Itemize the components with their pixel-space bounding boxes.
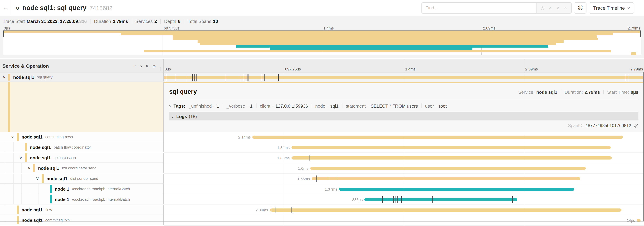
trace-info-label: Trace Start [3, 19, 25, 24]
column-resize-handle[interactable]: ∥ [160, 67, 162, 71]
span-bar[interactable] [310, 167, 586, 170]
trace-info-value: March 31 2022, 17:25:09 [27, 19, 78, 24]
tag-equals: = [367, 104, 369, 108]
tag-key: _unfinished [189, 103, 212, 108]
span-tree-row[interactable]: node sql1commit sql txn [0, 215, 164, 225]
tags-toggle[interactable]: ›Tags:_unfinished=1_verbose=1client=127.… [169, 103, 638, 109]
span-tree-row[interactable]: ∨node sql1colbatchscan [0, 153, 164, 163]
span-bar[interactable] [291, 156, 612, 159]
keyboard-shortcuts-button[interactable]: ⌘ [574, 2, 587, 13]
span-tree-row[interactable]: ∨node sql1dist sender send [0, 174, 164, 184]
indent-guide [38, 194, 38, 204]
span-bar[interactable] [312, 177, 580, 180]
vertical-scrollbar[interactable] [643, 72, 644, 221]
log-tick-mark [271, 206, 272, 213]
span-timeline-row[interactable] [164, 73, 644, 82]
divider [160, 19, 161, 24]
collapse-all-icon[interactable]: › [133, 65, 138, 67]
span-tree-row[interactable]: ∨node sql1consuming rows [0, 132, 164, 142]
back-button[interactable]: ← [0, 0, 11, 16]
span-timeline-row[interactable]: 14μs [164, 215, 644, 226]
next-match-icon[interactable]: ∨ [554, 5, 562, 11]
span-timeline-row[interactable]: 886μs [164, 194, 644, 205]
trace-info-label: Services [135, 19, 153, 24]
span-timeline-row[interactable]: 1.84ms [164, 142, 644, 153]
clear-search-icon[interactable]: × [562, 5, 569, 11]
minimap-right-drag-handle[interactable] [640, 31, 641, 37]
service-name: node sql1 [22, 134, 42, 139]
span-bar[interactable] [270, 208, 622, 211]
span-bar[interactable] [339, 187, 574, 191]
log-tick-mark [244, 74, 244, 81]
span-tree-row[interactable]: node 1/cockroach.roachpb.Internal/Batch [0, 194, 164, 204]
service-color-bar [17, 205, 19, 214]
log-tick-mark [194, 74, 194, 81]
indent-guide [5, 205, 5, 214]
operation-name: consuming rows [45, 135, 73, 139]
collapse-one-icon[interactable]: » [145, 64, 150, 67]
trace-info-label: Total Spans [188, 19, 211, 24]
span-bar[interactable] [252, 135, 623, 138]
log-tick-mark [586, 165, 586, 171]
service-name: node 1 [55, 186, 69, 191]
span-timeline-row[interactable]: 2.04ms [164, 205, 644, 215]
chevron-down-icon[interactable]: ∨ [19, 155, 23, 160]
span-row: node sql1flow2.04ms [0, 205, 644, 215]
span-timeline-row[interactable]: 1.6ms [164, 163, 644, 174]
target-icon[interactable]: ◎ [539, 5, 546, 11]
view-selector-button[interactable]: Trace Timeline ∨ [589, 2, 634, 13]
trace-info-value: 2.79ms [113, 19, 128, 24]
span-timeline-row[interactable]: 1.85ms [164, 153, 644, 163]
search-input[interactable] [422, 3, 536, 13]
trace-summary-band: Trace StartMarch 31 2022, 17:25:09.326Du… [0, 16, 644, 58]
chevron-down-icon[interactable]: ∨ [36, 176, 39, 181]
log-tick-mark [293, 206, 293, 213]
chevron-down-icon[interactable]: ∨ [15, 6, 20, 11]
span-timeline-row[interactable]: 2.14ms [164, 132, 644, 142]
span-timeline-row[interactable]: 1.37ms [164, 184, 644, 194]
minimap-left-drag-handle[interactable] [3, 31, 4, 37]
minimap-span-strip [3, 43, 641, 45]
tick-label: 2.09ms [525, 67, 538, 71]
indent-guide [5, 153, 5, 162]
service-color-bar [42, 174, 44, 183]
meta-label: Start Time: [607, 90, 629, 95]
tag-equals: = [435, 104, 438, 108]
span-bar[interactable] [291, 146, 611, 149]
log-tick-mark [626, 74, 626, 81]
logs-toggle[interactable]: ›Logs(18) [169, 112, 638, 120]
minimap[interactable] [3, 30, 641, 55]
header: ← ∨ node sql1: sql query 7418682 ◎∧∨× ⌘ … [0, 0, 644, 16]
span-timeline-row[interactable]: 1.56ms [164, 174, 644, 184]
prev-match-icon[interactable]: ∧ [546, 5, 554, 11]
expand-all-icon[interactable]: › [140, 63, 142, 68]
log-tick-mark [175, 74, 176, 81]
tick-label: 1.4ms [324, 26, 334, 30]
indent-guide [22, 194, 22, 204]
chevron-down-icon[interactable]: ∨ [28, 166, 31, 170]
span-tree-row[interactable]: ∨node sql1sql query [0, 73, 164, 82]
span-tree-row[interactable]: node sql1flow [0, 205, 164, 215]
gridline [524, 194, 524, 204]
expand-one-icon[interactable]: » [153, 63, 156, 68]
span-duration-label: 1.85ms [277, 153, 291, 163]
span-tree-row[interactable]: node 1/cockroach.roachpb.Internal/Batch [0, 184, 164, 194]
service-name: node sql1 [22, 207, 42, 212]
minimap-span-bar [270, 48, 472, 50]
service-name: node 1 [55, 197, 69, 202]
header-actions: ◎∧∨× ⌘ Trace Timeline ∨ [422, 2, 644, 13]
span-bar[interactable] [164, 76, 644, 79]
minimap-span-strip [3, 45, 641, 48]
tag-value: 127.0.0.1:59936 [276, 103, 308, 108]
gridline [404, 215, 404, 225]
chevron-down-icon[interactable]: ∨ [2, 75, 6, 79]
service-name: node sql1 [46, 176, 68, 181]
divider [90, 19, 91, 24]
log-tick-mark [246, 74, 246, 81]
timeline-ruler: 0μs697.75μs1.4ms2.09ms2.79ms [164, 59, 644, 73]
span-tree-row[interactable]: node sql1batch flow coordinator [0, 142, 164, 152]
chevron-down-icon[interactable]: ∨ [11, 135, 14, 139]
link-icon[interactable] [634, 123, 638, 128]
span-tree-row[interactable]: ∨node sql1txn coordinator send [0, 163, 164, 173]
service-color-bar [17, 216, 19, 224]
